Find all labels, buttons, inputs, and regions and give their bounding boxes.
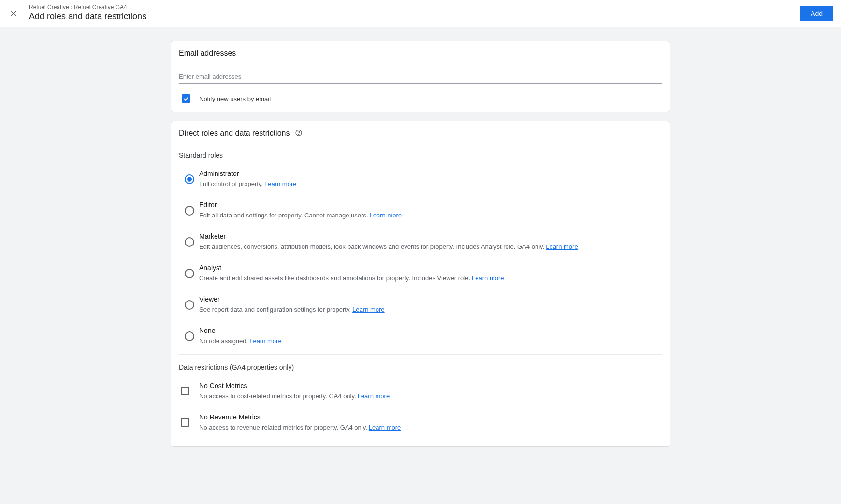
- restriction-desc: No access to cost-related metrics for pr…: [199, 392, 390, 400]
- role-option-analyst[interactable]: Analyst Create and edit shared assets li…: [179, 257, 662, 288]
- role-desc: Edit all data and settings for property.…: [199, 212, 402, 219]
- role-option-none[interactable]: None No role assigned.Learn more: [179, 320, 662, 351]
- learn-more-link[interactable]: Learn more: [370, 212, 402, 219]
- restriction-title: No Cost Metrics: [199, 382, 390, 389]
- radio-viewer[interactable]: [185, 300, 194, 310]
- radio-analyst[interactable]: [185, 269, 194, 278]
- learn-more-link[interactable]: Learn more: [358, 392, 390, 400]
- roles-card-title: Direct roles and data restrictions: [179, 129, 662, 139]
- radio-none[interactable]: [185, 331, 194, 341]
- restriction-desc: No access to revenue-related metrics for…: [199, 424, 401, 431]
- restriction-no-revenue[interactable]: No Revenue Metrics No access to revenue-…: [179, 406, 662, 438]
- role-desc: Full control of property.Learn more: [199, 180, 296, 187]
- radio-marketer[interactable]: [185, 237, 194, 247]
- role-option-editor[interactable]: Editor Edit all data and settings for pr…: [179, 194, 662, 226]
- breadcrumb-item[interactable]: Refuel Creative GA4: [74, 4, 127, 11]
- add-button[interactable]: Add: [800, 6, 833, 21]
- role-option-viewer[interactable]: Viewer See report data and configuration…: [179, 288, 662, 320]
- role-title: Editor: [199, 201, 402, 209]
- learn-more-link[interactable]: Learn more: [264, 180, 296, 187]
- page-header: Refuel Creative›Refuel Creative GA4 Add …: [0, 0, 841, 27]
- role-option-administrator[interactable]: Administrator Full control of property.L…: [179, 163, 662, 194]
- close-icon[interactable]: [8, 8, 19, 19]
- learn-more-link[interactable]: Learn more: [369, 424, 401, 431]
- role-desc: Create and edit shared assets like dashb…: [199, 274, 504, 282]
- breadcrumb-item[interactable]: Refuel Creative: [29, 4, 69, 11]
- role-desc: See report data and configuration settin…: [199, 306, 385, 313]
- role-desc: No role assigned.Learn more: [199, 337, 282, 345]
- learn-more-link[interactable]: Learn more: [546, 243, 578, 250]
- breadcrumb: Refuel Creative›Refuel Creative GA4: [29, 4, 800, 11]
- role-title: None: [199, 327, 282, 334]
- restriction-no-cost[interactable]: No Cost Metrics No access to cost-relate…: [179, 375, 662, 406]
- notify-label: Notify new users by email: [199, 95, 271, 102]
- role-title: Viewer: [199, 295, 385, 303]
- divider: [179, 354, 662, 355]
- data-restrictions-label: Data restrictions (GA4 properties only): [179, 363, 662, 371]
- email-input[interactable]: [179, 70, 662, 84]
- role-title: Marketer: [199, 232, 578, 240]
- page-title: Add roles and data restrictions: [29, 12, 800, 22]
- email-addresses-card: Email addresses Notify new users by emai…: [171, 41, 670, 112]
- role-title: Administrator: [199, 170, 296, 177]
- role-desc: Edit audiences, conversions, attribution…: [199, 243, 578, 250]
- restriction-title: No Revenue Metrics: [199, 413, 401, 421]
- email-card-title: Email addresses: [179, 49, 662, 58]
- checkbox-no-cost[interactable]: [181, 387, 189, 395]
- radio-administrator[interactable]: [185, 174, 194, 184]
- role-option-marketer[interactable]: Marketer Edit audiences, conversions, at…: [179, 226, 662, 257]
- learn-more-link[interactable]: Learn more: [472, 274, 504, 282]
- learn-more-link[interactable]: Learn more: [249, 337, 281, 345]
- notify-checkbox[interactable]: [182, 94, 190, 103]
- role-title: Analyst: [199, 264, 504, 272]
- roles-card: Direct roles and data restrictions Stand…: [171, 121, 670, 447]
- help-icon[interactable]: [295, 129, 303, 139]
- svg-point-3: [298, 134, 299, 135]
- standard-roles-label: Standard roles: [179, 151, 662, 159]
- learn-more-link[interactable]: Learn more: [352, 306, 384, 313]
- chevron-right-icon: ›: [71, 4, 72, 11]
- checkbox-no-revenue[interactable]: [181, 418, 189, 427]
- radio-editor[interactable]: [185, 206, 194, 216]
